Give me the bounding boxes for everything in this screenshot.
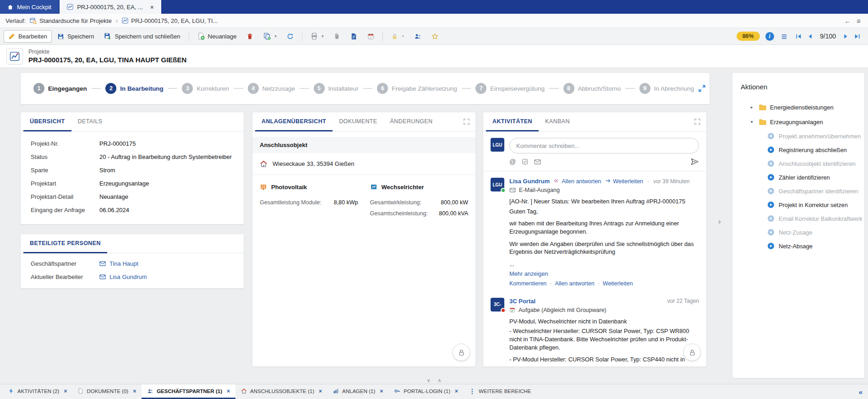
bottom-tab-anlagen[interactable]: ANLAGEN (1) ×: [328, 384, 388, 399]
tab-record[interactable]: PRJ-0000175, 20, EA, ... ×: [60, 0, 161, 14]
action-anschlussobjekt-identifizieren[interactable]: Anschlussobjekt identifizieren: [732, 157, 864, 170]
bottom-tab-aktivitaeten[interactable]: AKTIVITÄTEN (2) ×: [3, 384, 72, 399]
step-eingegangen[interactable]: 1 Eingegangen: [33, 83, 87, 94]
bottom-tab-geschaeftspartner[interactable]: GESCHÄFTSPARTNER (1) ×: [142, 384, 235, 399]
collapse-up-icon[interactable]: ∧: [438, 377, 442, 383]
nav-prev-icon[interactable]: [807, 33, 813, 40]
nav-next-icon[interactable]: [842, 33, 849, 40]
info-icon[interactable]: i: [765, 32, 774, 41]
partner-link[interactable]: Tina Haupt: [99, 260, 138, 267]
permissions-lock-button[interactable]: [453, 344, 470, 361]
task-checklist-icon[interactable]: [522, 159, 528, 165]
editor-link[interactable]: Lisa Gundrum: [99, 273, 147, 280]
refresh-button[interactable]: [282, 30, 298, 43]
action-netz-absage[interactable]: Netz-Absage: [732, 239, 864, 253]
print-button[interactable]: ▾: [306, 30, 328, 43]
action-netz-zusage[interactable]: Netz-Zusage: [732, 225, 864, 239]
activity-item-email[interactable]: LGU Lisa Gundrum Allen antworten: [483, 171, 706, 291]
tab-aenderungen[interactable]: ÄNDERUNGEN: [384, 112, 439, 131]
action-folder-erzeugungsanlagen[interactable]: ▾ Erzeugungsanlagen: [732, 115, 864, 129]
send-icon[interactable]: [690, 158, 699, 165]
tab-beteiligte-personen[interactable]: BETEILIGTE PERSONEN: [23, 234, 107, 253]
tab-mein-cockpit[interactable]: Mein Cockpit: [0, 0, 59, 14]
report-button[interactable]: [346, 30, 362, 43]
step-korrekturen[interactable]: 3 Korrekturen: [182, 83, 229, 94]
action-geschaeftspartner-identifizieren[interactable]: Geschäftspartner identifizieren: [732, 184, 864, 198]
bottom-tab-anschlussobjekte[interactable]: ANSCHLUSSOBJEKTE (1) ×: [235, 384, 328, 399]
connection-object-row[interactable]: Wieseckaue 33, 35394 Gießen: [252, 153, 475, 175]
step-freigabe-zaehlersetzung[interactable]: 6 Freigabe Zählersetzung: [377, 83, 457, 94]
task-calendar-icon: [509, 307, 515, 313]
panel-collapse-chevron[interactable]: ›: [718, 217, 721, 226]
action-email-korrektur-balkonkraftwerk[interactable]: Email Korrektur Balkonkraftwerk: [732, 212, 864, 225]
save-and-close-button[interactable]: Speichern und schließen: [99, 30, 185, 43]
tab-aktivitaeten[interactable]: AKTIVITÄTEN: [486, 112, 539, 131]
close-icon[interactable]: ×: [133, 388, 136, 394]
action-zaehler-identifizieren[interactable]: Zähler identifizieren: [732, 170, 864, 184]
field-value: Strom: [99, 167, 115, 174]
collapse-bar-icon[interactable]: «: [853, 384, 868, 399]
action-projekt-in-korrektur[interactable]: Projekt in Korrektur setzen: [732, 198, 864, 212]
fullscreen-icon[interactable]: [463, 118, 470, 125]
tab-details[interactable]: DETAILS: [71, 112, 109, 131]
close-icon[interactable]: ×: [227, 388, 230, 394]
action-registrierung-abschliessen[interactable]: Registrierung abschließen: [732, 143, 864, 157]
step-in-bearbeitung[interactable]: 2 In Bearbeitung: [105, 83, 164, 94]
step-einspeiseverguetung[interactable]: 7 Einspeisevergütung: [475, 83, 545, 94]
completeness-badge[interactable]: 86%: [737, 32, 760, 41]
author-link[interactable]: Lisa Gundrum: [509, 178, 550, 185]
attachment-button[interactable]: [329, 30, 345, 43]
save-button[interactable]: Speichern: [53, 30, 99, 43]
tab-kanban[interactable]: KANBAN: [539, 112, 576, 131]
close-icon[interactable]: ×: [319, 388, 322, 394]
menu-icon[interactable]: ≡: [781, 32, 787, 41]
activity-item-task[interactable]: 3C- 3C Portal vor 22 Tagen Aufgabe (Abgl…: [483, 291, 706, 367]
collapse-down-icon[interactable]: ∨: [426, 377, 430, 383]
action-folder-energiedienstleistungen[interactable]: ▸ Energiedienstleistungen: [732, 100, 864, 115]
close-icon[interactable]: ×: [150, 4, 154, 11]
tab-dokumente[interactable]: DOKUMENTE: [333, 112, 383, 131]
forward-link[interactable]: Weiterleiten: [603, 280, 633, 287]
tab-anlagenuebersicht[interactable]: ANLAGENÜBERSICHT: [255, 112, 333, 131]
bottom-tab-portal-login[interactable]: PORTAL-LOGIN (1) ×: [388, 384, 464, 399]
breadcrumb-search[interactable]: Standardsuche für Projekte: [30, 17, 112, 24]
bottom-tab-weitere-bereiche[interactable]: ⋮ WEITERE BEREICHE: [464, 384, 536, 399]
assign-button[interactable]: [409, 30, 426, 43]
nav-first-icon[interactable]: [795, 33, 802, 40]
step-abbruch-storno[interactable]: 8 Abbruch/Storno: [563, 83, 621, 94]
calendar-button[interactable]: [363, 30, 379, 43]
permissions-button[interactable]: ▾: [387, 30, 409, 43]
comment-link[interactable]: Kommentieren: [509, 280, 546, 287]
show-more-link[interactable]: Mehr anzeigen: [509, 270, 548, 277]
step-installateur[interactable]: 5 Installateur: [314, 83, 359, 94]
breadcrumb-record[interactable]: PRJ-0000175, 20, EA, LGU, TI...: [122, 17, 218, 24]
permissions-lock-button[interactable]: [683, 344, 701, 361]
close-icon[interactable]: ×: [64, 388, 67, 394]
fullscreen-icon[interactable]: [694, 118, 701, 125]
history-back-icon[interactable]: ←: [844, 17, 851, 25]
delete-button[interactable]: [242, 30, 258, 43]
new-button[interactable]: Neuanlage: [193, 30, 241, 43]
mention-icon[interactable]: @: [509, 158, 516, 165]
expand-stepper-icon[interactable]: [698, 85, 706, 93]
edit-button[interactable]: Bearbeiten: [4, 30, 52, 43]
reply-all-link[interactable]: Allen antworten: [554, 178, 601, 185]
reply-all-link[interactable]: Allen antworten: [555, 280, 594, 287]
step-in-abrechnung[interactable]: 9 In Abrechnung: [639, 83, 694, 94]
bottom-tab-dokumente[interactable]: DOKUMENTE (0) ×: [72, 384, 142, 399]
comment-input[interactable]: [509, 138, 699, 153]
tab-uebersicht[interactable]: ÜBERSICHT: [23, 112, 71, 131]
copy-button[interactable]: ▾: [259, 30, 281, 43]
tree-expanded-icon[interactable]: ▾: [751, 120, 755, 124]
author-link[interactable]: 3C Portal: [509, 298, 535, 305]
tree-collapsed-icon[interactable]: ▸: [751, 105, 755, 109]
action-projekt-annehmen[interactable]: Projekt annehmen/übernehmen: [732, 129, 864, 143]
close-icon[interactable]: ×: [380, 388, 383, 394]
forward-link[interactable]: Weiterleiten: [605, 178, 643, 185]
email-icon[interactable]: [534, 159, 541, 164]
close-icon[interactable]: ×: [455, 388, 458, 394]
step-netzzusage[interactable]: 4 Netzzusage: [248, 83, 295, 94]
window-menu-icon[interactable]: ≡: [857, 17, 861, 25]
nav-last-icon[interactable]: [854, 33, 861, 40]
favorite-button[interactable]: [427, 30, 443, 43]
